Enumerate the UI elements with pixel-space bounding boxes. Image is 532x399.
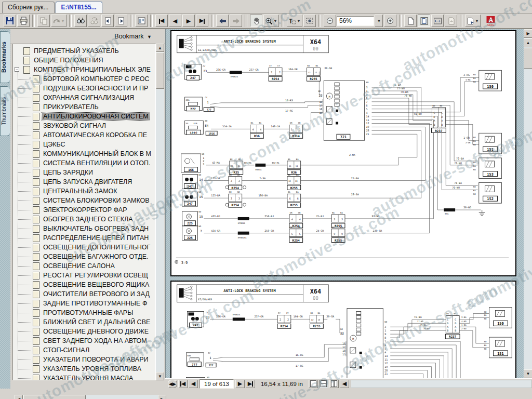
scroll-up-button[interactable]: ▲ xyxy=(524,38,532,47)
bookmark-item[interactable]: ОЧИСТИТЕЛИ ВЕТРОВОГО И ЗАД xyxy=(13,289,155,299)
go-forward-button[interactable] xyxy=(230,15,242,27)
continuous-layout-button[interactable] xyxy=(319,380,328,388)
reflow-button[interactable] xyxy=(445,15,457,27)
next-highlight-button[interactable] xyxy=(115,15,127,27)
bookmark-item[interactable]: ОБОГРЕВ ЗАДНЕГО СТЕКЛА xyxy=(13,215,155,224)
collapse-minus-icon[interactable]: − xyxy=(15,67,19,72)
bookmark-item[interactable]: ВЫКЛЮЧАТЕЛЬ ОБОГРЕВА ЗАДН xyxy=(13,224,155,233)
bookmark-item[interactable]: УКАЗАТЕЛЬ УРОВНЯ ТОПЛИВА xyxy=(13,364,155,374)
document-horizontal-scrollbar[interactable] xyxy=(351,380,532,388)
go-back-button[interactable] xyxy=(216,15,229,27)
status-previous-page-button[interactable]: ◀ xyxy=(189,380,198,388)
wire-label: BA xyxy=(473,189,476,192)
fit-in-window-button[interactable] xyxy=(418,15,430,27)
bookmark-item[interactable]: −КОМПЛЕКТ ПРИНЦИПИАЛЬНЫХ ЭЛЕ xyxy=(13,65,155,74)
bookmark-item[interactable]: ЦЭКБС xyxy=(13,140,155,149)
bookmark-item[interactable]: УКАЗАТЕЛЬ УРОВНЯ МАСЛА xyxy=(13,374,155,380)
zoom-out-button[interactable] xyxy=(324,15,336,27)
next-page-button[interactable]: ▶ xyxy=(182,15,195,27)
bookmark-item[interactable]: ОСВЕЩЕНИЕ ДНЕВНОГО ДВИЖЕ xyxy=(13,327,155,336)
page-2[interactable]: ANTI-LOCK BRAKING SYSTEME2/DB/ABSX640024… xyxy=(170,281,516,378)
bookmark-item[interactable]: ЦЕПЬ ЗАПУСКА ДВИГАТЕЛЯ xyxy=(13,177,155,187)
bookmark-item[interactable]: ОСВЕЩЕНИЕ САЛОНА xyxy=(13,261,155,271)
status-last-page-button[interactable]: ▶ xyxy=(246,380,255,388)
adobe-branding[interactable]: Adobe xyxy=(486,16,495,26)
document-vertical-scrollbar[interactable]: ▶ ▲ ▼ xyxy=(524,29,532,378)
bookmarks-vertical-scrollbar[interactable]: ▲ ▼ xyxy=(156,44,164,380)
window-tab-file[interactable]: E:\NT8155... xyxy=(56,2,102,13)
bookmark-item[interactable]: СТОП-СИГНАЛ xyxy=(13,345,155,355)
bookmark-item[interactable]: АВТОМАТИЧЕСКАЯ КОРОБКА ПЕ xyxy=(13,130,155,140)
pane-toggle-button[interactable]: ◀▶ xyxy=(168,380,177,388)
scroll-thumb[interactable] xyxy=(524,48,532,69)
last-page-button[interactable]: ▶ xyxy=(196,15,208,27)
status-first-page-button[interactable]: ◀ xyxy=(178,380,188,388)
bookmark-item[interactable]: ЭЛЕКТРОКОРРЕКТОР ФАР xyxy=(13,205,155,215)
scroll-thumb[interactable] xyxy=(156,52,164,89)
bookmark-item[interactable]: РЕОСТАТ РЕГУЛИРОВКИ ОСВЕЩ xyxy=(13,271,155,280)
bookmark-item[interactable]: ПРЕДМЕТНЫЙ УКАЗАТЕЛЬ xyxy=(13,46,155,56)
actual-size-button[interactable] xyxy=(404,15,417,27)
zoom-in-button[interactable] xyxy=(384,15,396,27)
bookmark-item[interactable]: ПОДУШКА БЕЗОПАСНОСТИ И ПР xyxy=(13,84,155,93)
bookmark-item[interactable]: ПРОТИВОТУМАННЫЕ ФАРЫ xyxy=(13,308,155,317)
bookmark-item[interactable]: ОСВЕЩЕНИЕ ДОПОЛНИТЕЛЬНОГ xyxy=(13,243,155,252)
save-button[interactable] xyxy=(4,15,16,27)
bookmark-item[interactable]: БЛИЖНИЙ СВЕТ И ДАЛЬНИЙ СВЕ xyxy=(13,317,155,327)
bookmark-item[interactable]: РАСПРЕДЕЛЕНИЕ ЦЕПЕЙ ПИТАН xyxy=(13,233,155,243)
hand-tool-button[interactable] xyxy=(250,15,262,27)
previous-page-button[interactable]: ◀ xyxy=(169,15,181,27)
panel-expand-button[interactable]: ▶ xyxy=(524,29,532,38)
fit-width-button[interactable] xyxy=(431,15,444,27)
previous-highlight-button[interactable] xyxy=(101,15,114,27)
tab-thumbnails[interactable]: Thumbnails xyxy=(0,86,10,136)
continuous-facing-layout-button[interactable] xyxy=(329,380,339,388)
bookmark-item[interactable]: ЗВУКОВОЙ СИГНАЛ xyxy=(13,121,155,130)
bookmark-item[interactable]: СИСТЕМА ВЕНТИЛЯЦИИ И ОТОП. xyxy=(13,158,155,168)
tab-bookmarks[interactable]: Bookmarks xyxy=(0,31,10,83)
hscroll-left-button[interactable]: ◀ xyxy=(340,380,349,388)
scroll-down-button[interactable]: ▼ xyxy=(156,372,164,380)
bookmark-item[interactable]: УКАЗАТЕЛИ ПОВОРОТА И АВАРИ xyxy=(13,355,155,364)
zoom-level-field[interactable]: 56% xyxy=(337,16,374,26)
window-tab-collection[interactable]: Сборник рук... xyxy=(2,2,55,13)
bookmark-item[interactable]: ОБЩИЕ ПОЛОЖЕНИЯ xyxy=(13,56,155,65)
single-page-layout-button[interactable] xyxy=(309,380,318,388)
bookmark-item[interactable]: ЦЕНТРАЛЬНЫЙ ЗАМОК xyxy=(13,187,155,196)
bookmark-item[interactable]: БОРТОВОЙ КОМПЬЮТЕР С РЕОС xyxy=(13,74,155,84)
find-button[interactable] xyxy=(74,15,87,27)
bookmark-item[interactable]: АНТИБЛОКИРОВОЧНАЯ СИСТЕМ xyxy=(13,112,155,121)
zoom-level-dropdown[interactable]: ▼ xyxy=(375,15,383,27)
first-page-button[interactable]: ◀ xyxy=(155,15,168,27)
bookmark-item[interactable]: ОХРАННАЯ СИГНАЛИЗАЦИЯ xyxy=(13,93,155,102)
text-select-tool-button[interactable]: T▼ xyxy=(287,15,302,27)
scroll-up-button[interactable]: ▲ xyxy=(156,44,164,52)
undo-button[interactable]: ▼ xyxy=(51,15,66,27)
scroll-down-button[interactable]: ▼ xyxy=(524,369,532,378)
scroll-thumb[interactable] xyxy=(23,395,86,399)
bookmark-item[interactable]: ЗАДНИЕ ПРОТИВОТУМАННЫЕ Ф xyxy=(13,299,155,308)
status-next-page-button[interactable]: ▶ xyxy=(235,380,245,388)
document-area[interactable]: ANTI-LOCK BRAKING SYSTEME1,E2/DG/ABSX640… xyxy=(165,29,532,378)
scroll-right-button[interactable]: ▶ xyxy=(158,395,166,399)
create-form-button[interactable]: ▼ xyxy=(465,15,481,27)
page-indicator-field[interactable]: 19 of 613 xyxy=(200,379,234,389)
print-button[interactable] xyxy=(17,15,30,27)
last-page-icon: ▶ xyxy=(248,381,253,387)
bookmark-item[interactable]: ЦЕПЬ ЗАРЯДКИ xyxy=(13,168,155,177)
bookmark-item[interactable]: ОСВЕЩЕНИЕ ВЕЩЕВОГО ЯЩИКА xyxy=(13,280,155,289)
article-button[interactable] xyxy=(135,15,148,27)
bookmark-menu-button[interactable]: Bookmark ▼ xyxy=(114,33,152,40)
copy-button[interactable] xyxy=(37,15,50,27)
bookmarks-horizontal-scrollbar[interactable]: ◀ ▶ xyxy=(15,395,166,399)
page-1[interactable]: ANTI-LOCK BRAKING SYSTEME1,E2/DG/ABSX640… xyxy=(170,30,516,276)
bookmark-item[interactable]: ПРИКУРИВАТЕЛЬ xyxy=(13,102,155,112)
snapshot-tool-button[interactable] xyxy=(303,15,316,27)
scroll-left-button[interactable]: ◀ xyxy=(15,395,23,399)
zoom-tool-button[interactable]: ▼ xyxy=(263,15,279,27)
bookmark-item[interactable]: КОММУНИКАЦИОННЫЙ БЛОК В М xyxy=(13,149,155,158)
bookmark-item[interactable]: СИСТЕМА БЛОКИРОВКИ ЗАМКОВ xyxy=(13,196,155,205)
bookmark-item[interactable]: СВЕТ ЗАДНЕГО ХОДА НА АВТОМ xyxy=(13,336,155,345)
find-again-button[interactable] xyxy=(88,15,100,27)
bookmark-item[interactable]: ОСВЕЩЕНИЕ БАГАЖНОГО ОТДЕ. xyxy=(13,252,155,261)
